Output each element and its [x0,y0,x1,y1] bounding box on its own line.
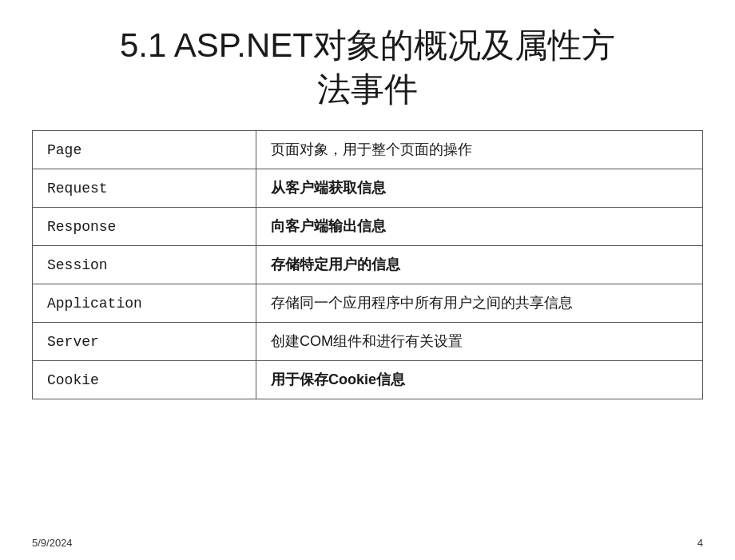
object-name: Server [33,323,256,361]
table-row: Server创建COM组件和进行有关设置 [33,323,703,361]
footer-date: 5/9/2024 [32,537,73,549]
object-description: 从客户端获取信息 [256,169,703,208]
object-description: 创建COM组件和进行有关设置 [256,323,703,361]
object-name: Response [33,208,256,246]
object-description: 用于保存Cookie信息 [256,361,703,399]
table-row: Request从客户端获取信息 [33,169,703,208]
table-row: Page页面对象，用于整个页面的操作 [33,131,703,169]
objects-table: Page页面对象，用于整个页面的操作Request从客户端获取信息Respons… [32,130,703,399]
object-name: Cookie [33,361,256,399]
footer-page: 4 [697,537,703,549]
object-description: 存储特定用户的信息 [256,246,703,284]
object-description: 页面对象，用于整个页面的操作 [256,131,703,169]
table-row: Application存储同一个应用程序中所有用户之间的共享信息 [33,284,703,323]
object-name: Page [33,131,256,169]
object-description: 存储同一个应用程序中所有用户之间的共享信息 [256,284,703,323]
object-description: 向客户端输出信息 [256,208,703,246]
object-name: Session [33,246,256,284]
object-name: Application [33,284,256,323]
object-name: Request [33,169,256,208]
page-title: 5.1 ASP.NET对象的概况及属性方 法事件 [120,24,615,111]
table-row: Cookie用于保存Cookie信息 [33,361,703,399]
table-row: Session存储特定用户的信息 [33,246,703,284]
table-row: Response向客户端输出信息 [33,208,703,246]
